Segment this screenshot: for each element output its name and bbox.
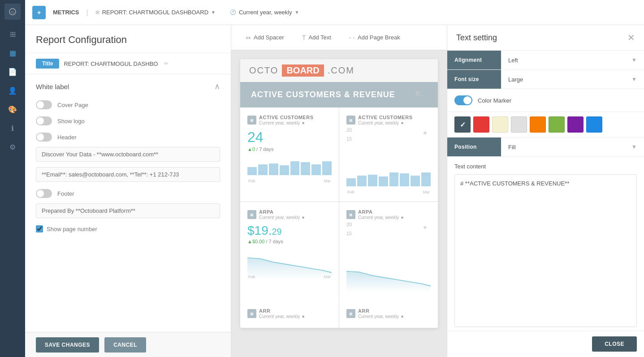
sidebar-icon-reports[interactable]: 📄 xyxy=(4,64,21,80)
preview-section-header[interactable]: ACTIVE CUSTOMERS & REVENUE R... xyxy=(240,82,438,108)
expand-icon-4[interactable]: + xyxy=(423,224,427,232)
position-selector[interactable]: Fill ▼ xyxy=(501,138,644,156)
toolbar: ⇔ Add Spacer T Add Text - - Add Page Bre… xyxy=(231,25,447,50)
right-panel: Text setting ✕ Alignment Left ▼ Font siz… xyxy=(447,25,644,357)
top-bar: + METRICS | ⊞ REPORT: CHARTMOGUL DASHBOA… xyxy=(25,0,644,25)
bottom-bar: SAVE CHANGES CANCEL xyxy=(25,332,231,357)
metric-card-2: ▦ ACTIVE CUSTOMERS Current year, weekly … xyxy=(339,108,438,202)
arr-header-2: ▦ ARR Current year, weekly ● xyxy=(346,308,431,319)
right-panel-header: Text setting ✕ xyxy=(447,25,644,51)
close-panel-button[interactable]: ✕ xyxy=(627,32,635,43)
close-button[interactable]: CLOSE xyxy=(592,336,637,352)
metric-icon-1: ▦ xyxy=(247,116,256,125)
header-row: Header xyxy=(36,129,220,145)
swatch-light-gray[interactable] xyxy=(511,116,527,133)
text-content-section: Text content xyxy=(447,157,644,331)
add-page-break-button[interactable]: - - Add Page Break xyxy=(342,31,407,44)
expand-icon-2[interactable]: + xyxy=(423,129,427,137)
left-panel: Report Configuration Title REPORT: CHART… xyxy=(25,25,231,357)
collapse-icon[interactable]: ∧ xyxy=(214,82,220,91)
metric-card-1: ▦ ACTIVE CUSTOMERS Current year, weekly … xyxy=(240,108,339,202)
font-size-value: Large xyxy=(508,76,523,83)
swatch-blue[interactable] xyxy=(586,116,602,133)
metric-card-3: ▦ ARPA Current year, weekly ● $19.29 ▲$0… xyxy=(240,202,339,301)
mini-line-chart-4 xyxy=(346,258,431,293)
alignment-row: Alignment Left ▼ xyxy=(447,51,644,70)
metric-sub-3: Current year, weekly ● xyxy=(259,215,305,220)
title-badge: Title xyxy=(36,59,59,69)
sidebar-icon-home[interactable]: ⊞ xyxy=(4,26,21,42)
svg-text:☺: ☺ xyxy=(10,9,15,14)
swatch-dark[interactable] xyxy=(454,116,471,133)
sidebar-icon-design[interactable]: 🎨 xyxy=(4,101,21,117)
swatch-orange[interactable] xyxy=(530,116,546,133)
cancel-button[interactable]: CANCEL xyxy=(104,337,146,353)
time-chevron-icon: ▼ xyxy=(294,10,299,15)
metric-header-2: ▦ ACTIVE CUSTOMERS Current year, weekly … xyxy=(346,115,431,125)
arr-icon-2: ▦ xyxy=(346,309,355,318)
color-marker-toggle[interactable] xyxy=(454,95,472,105)
arr-header-1: ▦ ARR Current year, weekly ● xyxy=(247,308,332,319)
color-marker-row: Color Marker xyxy=(447,89,644,112)
metric-icon-4: ▦ xyxy=(346,210,355,219)
show-page-number-row: Show page number xyxy=(36,222,220,234)
font-size-selector[interactable]: Large ▼ xyxy=(501,71,644,88)
report-selector[interactable]: ⊞ REPORT: CHARTMOGUL DASHBOARD ▼ xyxy=(95,9,216,16)
metric-name-3: ARPA xyxy=(259,209,305,215)
preview-card: OCTO BOARD .COM ACTIVE CUSTOMERS & REVEN… xyxy=(240,59,438,328)
mini-chart-2 xyxy=(346,163,431,190)
title-edit-icon: ✏ xyxy=(164,60,169,67)
left-sidebar: ☺ ⊞ ▦ 📄 👤 🎨 ℹ ⚙ xyxy=(0,0,25,357)
mini-line-chart-3: FebMar xyxy=(247,244,332,280)
header-label: Header xyxy=(57,134,77,141)
header-subtext-input[interactable] xyxy=(36,167,220,182)
metric-header-3: ▦ ARPA Current year, weekly ● xyxy=(247,209,332,220)
time-selector[interactable]: 🕐 Current year, weekly ▼ xyxy=(230,9,299,16)
white-label-title: White label xyxy=(36,83,69,90)
footer-text-input[interactable] xyxy=(36,203,220,218)
swatch-green[interactable] xyxy=(549,116,565,133)
app-plus-icon[interactable]: + xyxy=(32,6,46,19)
content-row: Report Configuration Title REPORT: CHART… xyxy=(25,25,644,357)
swatch-purple[interactable] xyxy=(567,116,583,133)
metrics-grid: ▦ ACTIVE CUSTOMERS Current year, weekly … xyxy=(240,108,438,301)
save-changes-button[interactable]: SAVE CHANGES xyxy=(36,337,99,353)
add-spacer-button[interactable]: ⇔ Add Spacer xyxy=(238,31,291,44)
cover-page-toggle[interactable] xyxy=(36,100,52,109)
alignment-chevron-icon: ▼ xyxy=(631,57,637,63)
sidebar-icon-settings[interactable]: ⚙ xyxy=(4,139,21,155)
app-logo[interactable]: ☺ xyxy=(4,4,21,20)
add-spacer-icon: ⇔ xyxy=(246,34,251,41)
text-setting-title: Text setting xyxy=(456,33,497,43)
alignment-selector[interactable]: Left ▼ xyxy=(501,52,644,69)
header-toggle[interactable] xyxy=(36,133,52,142)
position-label: Position xyxy=(447,138,501,156)
metric-sub-2: Current year, weekly ● xyxy=(358,120,412,125)
main-area: + METRICS | ⊞ REPORT: CHARTMOGUL DASHBOA… xyxy=(25,0,644,357)
metric-change-3: ▲$0.00 / 7 days xyxy=(247,239,332,244)
right-panel-footer: CLOSE xyxy=(447,331,644,357)
sidebar-icon-metrics[interactable]: ▦ xyxy=(4,45,21,61)
sidebar-icon-info[interactable]: ℹ xyxy=(4,120,21,136)
mini-chart-1 xyxy=(247,152,332,179)
text-content-textarea[interactable] xyxy=(454,174,637,327)
arr-name-1: ARR xyxy=(259,308,305,314)
arr-card-2: ▦ ARR Current year, weekly ● xyxy=(339,301,438,328)
show-logo-toggle[interactable] xyxy=(36,116,52,125)
metric-change-1: ▲0 / 7 days xyxy=(247,146,332,152)
swatch-red[interactable] xyxy=(473,116,489,133)
alignment-value: Left xyxy=(508,57,518,64)
metric-icon-2: ▦ xyxy=(346,116,355,125)
metric-value-1: 24 xyxy=(247,129,332,146)
show-page-number-checkbox[interactable] xyxy=(36,225,43,232)
footer-label: Footer xyxy=(57,190,74,197)
panel-body: Cover Page Show logo Header Footer xyxy=(25,97,231,332)
footer-toggle[interactable] xyxy=(36,189,52,198)
header-text-input[interactable] xyxy=(36,147,220,162)
add-text-button[interactable]: T Add Text xyxy=(295,31,338,44)
swatch-cream[interactable] xyxy=(492,116,508,133)
sidebar-icon-users[interactable]: 👤 xyxy=(4,82,21,99)
add-text-icon: T xyxy=(302,34,306,41)
cover-page-row: Cover Page xyxy=(36,97,220,113)
arr-name-2: ARR xyxy=(358,308,404,314)
